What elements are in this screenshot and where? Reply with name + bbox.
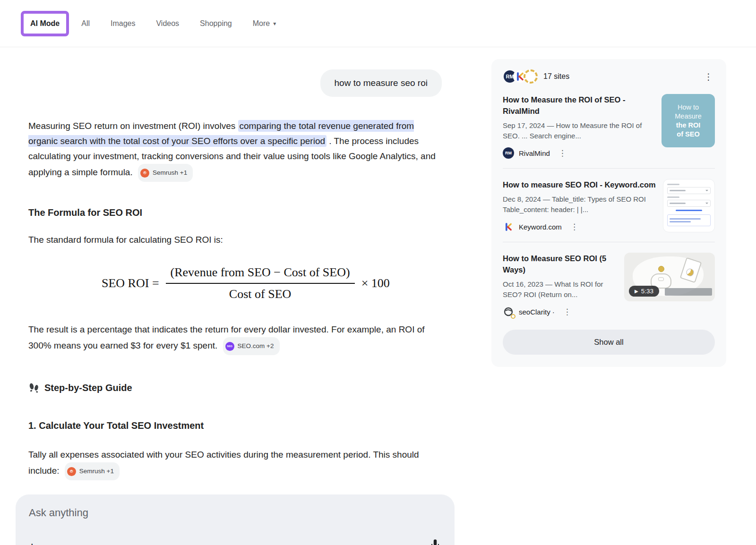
section-heading-label: Step-by-Step Guide xyxy=(44,383,132,393)
sources-sidebar: RM 17 sites ⋮ How to Measure t xyxy=(491,59,726,367)
section-heading-steps: Step-by-Step Guide xyxy=(28,382,444,394)
microphone-icon xyxy=(429,538,441,545)
source-title[interactable]: How to Measure the ROI of SEO - RivalMin… xyxy=(503,94,655,117)
sources-card: RM 17 sites ⋮ How to Measure t xyxy=(491,59,726,367)
ask-anything-input[interactable]: Ask anything + xyxy=(16,494,455,545)
chevron-down-icon: ▾ xyxy=(273,20,276,27)
card-menu-kebab-icon[interactable]: ⋮ xyxy=(563,308,571,316)
keyword-k-icon xyxy=(516,72,524,81)
tab-ai-mode[interactable]: AI Mode xyxy=(21,11,69,36)
mini-form-link xyxy=(676,210,702,211)
page-content: how to measure seo roi Measuring SEO ret… xyxy=(0,47,756,545)
answer-paragraph-1: Measuring SEO return on investment (ROI)… xyxy=(28,119,444,182)
paragraph-text: Measuring SEO return on investment (ROI)… xyxy=(28,121,238,131)
tab-all[interactable]: All xyxy=(81,19,90,28)
video-thumbnail[interactable]: ▶ 5:33 xyxy=(624,253,715,301)
tab-more[interactable]: More ▾ xyxy=(253,19,276,28)
coin-doodle xyxy=(658,266,664,272)
play-icon: ▶ xyxy=(635,289,638,294)
formula-intro-text: The standard formula for calculating SEO… xyxy=(28,232,444,247)
source-snippet: Oct 16, 2023 — What Is ROI for SEO? ROI … xyxy=(503,279,618,300)
tab-images[interactable]: Images xyxy=(111,19,135,28)
source-chip-semrush-2[interactable]: ⦿ Semrush +1 xyxy=(65,462,120,480)
formula-fraction: (Revenue from SEO − Cost of SEO) Cost of… xyxy=(166,265,355,301)
source-chip-label: Semrush +1 xyxy=(153,165,187,180)
card-menu-kebab-icon[interactable]: ⋮ xyxy=(570,223,578,231)
tab-videos[interactable]: Videos xyxy=(156,19,179,28)
source-card-seoclarity[interactable]: How to Measure SEO ROI (5 Ways) Oct 16, … xyxy=(503,253,715,317)
formula-multiplier: × 100 xyxy=(361,276,390,290)
footprints-icon xyxy=(28,382,40,394)
video-duration: 5:33 xyxy=(641,288,653,295)
seoclarity-favicon xyxy=(524,69,538,84)
mini-form-select xyxy=(667,187,711,194)
pie-chart-doodle xyxy=(685,268,695,277)
source-thumbnail[interactable]: How to Measure the ROI of SEO xyxy=(662,94,715,147)
source-name: seoClarity · xyxy=(519,308,555,316)
source-attribution-row: seoClarity · ⋮ xyxy=(503,306,618,317)
seoclarity-favicon xyxy=(503,306,514,317)
seo-roi-formula: SEO ROI = (Revenue from SEO − Cost of SE… xyxy=(102,265,444,301)
thumbnail-text: of SEO xyxy=(677,130,699,139)
mini-form-box xyxy=(667,214,711,226)
input-placeholder: Ask anything xyxy=(29,507,88,519)
source-card-keyword[interactable]: How to measure SEO ROI - Keyword.com Dec… xyxy=(503,179,715,232)
source-snippet: Dec 8, 2024 — Table_title: Types of SEO … xyxy=(503,194,656,215)
answer-text: Measuring SEO return on investment (ROI)… xyxy=(28,97,444,480)
video-duration-badge: ▶ 5:33 xyxy=(629,286,659,297)
source-thumbnail[interactable] xyxy=(663,179,715,232)
formula-lhs: SEO ROI = xyxy=(102,276,159,290)
section-heading-formula: The Formula for SEO ROI xyxy=(28,207,444,218)
divider xyxy=(503,168,715,169)
mini-form-select xyxy=(667,200,711,207)
formula-numerator: (Revenue from SEO − Cost of SEO) xyxy=(166,265,355,284)
microphone-button[interactable] xyxy=(429,538,441,545)
source-card-rivalmind[interactable]: How to Measure the ROI of SEO - RivalMin… xyxy=(503,94,715,159)
thumbnail-text: Measure xyxy=(675,112,701,121)
source-snippet: Sep 17, 2024 — How to Measure the ROI of… xyxy=(503,120,655,141)
seoclarity-ring-icon xyxy=(511,314,515,319)
source-attribution-row: RM RivalMind ⋮ xyxy=(503,147,655,159)
source-card-body: How to Measure SEO ROI (5 Ways) Oct 16, … xyxy=(503,253,624,317)
user-query-bubble: how to measure seo roi xyxy=(320,69,442,97)
source-favicon-stack: RM xyxy=(503,69,538,84)
source-chip-seocom[interactable]: SEO SEO.com +2 xyxy=(223,337,280,355)
source-chip-label: Semrush +1 xyxy=(79,464,114,479)
thumbnail-text: How to xyxy=(678,103,699,112)
formula-denominator: Cost of SEO xyxy=(166,284,355,301)
source-title[interactable]: How to measure SEO ROI - Keyword.com xyxy=(503,179,656,190)
attach-plus-button[interactable]: + xyxy=(28,540,36,545)
mini-form-label xyxy=(667,184,679,185)
sites-count: 17 sites xyxy=(543,72,569,81)
source-title[interactable]: How to Measure SEO ROI (5 Ways) xyxy=(503,253,618,275)
source-chip-semrush[interactable]: ⦿ Semrush +1 xyxy=(138,164,193,182)
answer-paragraph-2: The result is a percentage that indicate… xyxy=(28,322,444,355)
thumbnail-text: the ROI xyxy=(676,121,701,130)
source-card-body: How to Measure the ROI of SEO - RivalMin… xyxy=(503,94,662,159)
card-menu-kebab-icon[interactable]: ⋮ xyxy=(558,149,567,157)
tab-shopping[interactable]: Shopping xyxy=(200,19,232,28)
source-name: RivalMind xyxy=(519,149,550,157)
keyword-favicon xyxy=(503,221,514,232)
source-attribution-row: Keyword.com ⋮ xyxy=(503,221,656,232)
mini-form-label xyxy=(667,196,679,198)
sources-header: RM 17 sites ⋮ xyxy=(503,69,715,84)
show-all-button[interactable]: Show all xyxy=(503,330,715,355)
semrush-icon: ⦿ xyxy=(67,467,76,476)
rivalmind-favicon: RM xyxy=(503,147,514,159)
source-card-body: How to measure SEO ROI - Keyword.com Dec… xyxy=(503,179,663,232)
keyword-k-icon xyxy=(505,223,512,231)
tab-more-label: More xyxy=(253,19,270,28)
seocom-icon: SEO xyxy=(225,342,234,351)
caption-strip xyxy=(665,288,712,296)
search-tabs-bar: AI Mode All Images Videos Shopping More … xyxy=(0,0,756,47)
answer-paragraph-3: Tally all expenses associated with your … xyxy=(28,447,444,480)
step-1-heading: 1. Calculate Your Total SEO Investment xyxy=(28,420,444,431)
semrush-icon: ⦿ xyxy=(140,169,149,178)
source-chip-label: SEO.com +2 xyxy=(238,339,274,354)
source-name: Keyword.com xyxy=(519,223,562,231)
divider xyxy=(503,242,715,242)
ai-answer-column: how to measure seo roi Measuring SEO ret… xyxy=(16,59,455,545)
sources-menu-kebab-icon[interactable]: ⋮ xyxy=(704,72,713,81)
